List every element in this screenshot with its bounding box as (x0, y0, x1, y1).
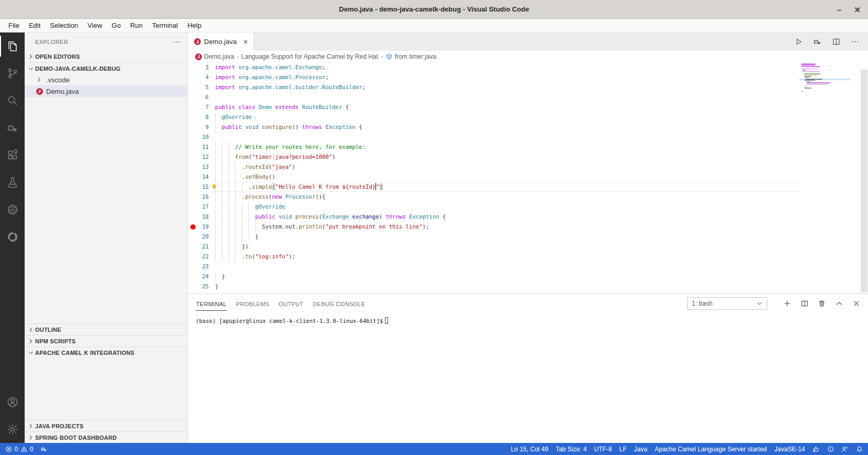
section-label: OUTLINE (35, 327, 61, 333)
editor-scrollbar[interactable] (861, 70, 867, 292)
menu-go[interactable]: Go (107, 21, 125, 29)
new-terminal-icon[interactable] (783, 299, 791, 308)
code-line: 18 public void process(Exchange exchange… (188, 212, 868, 222)
chevron-right-icon (27, 337, 35, 345)
tree-item-demojava[interactable]: JDemo.java (25, 85, 187, 97)
code-text[interactable]: import org.apache.camel.Exchange; (215, 62, 326, 72)
activity-run-and-debug[interactable] (0, 114, 25, 142)
menu-view[interactable]: View (83, 21, 107, 29)
status-debug-status[interactable] (40, 446, 48, 453)
tab-demo-java[interactable]: J Demo.java ✕ (188, 32, 254, 51)
menu-help[interactable]: Help (183, 21, 206, 29)
activity-camel-k[interactable] (0, 223, 25, 251)
debug-run-file-icon[interactable] (813, 37, 822, 46)
status-language-mode[interactable]: Java (634, 446, 647, 453)
code-text[interactable]: } (215, 281, 218, 291)
status-indentation[interactable]: Tab Size: 4 (555, 446, 586, 453)
explorer-more-actions-icon[interactable] (173, 38, 181, 46)
panel-action-icons (783, 299, 861, 308)
panel-tab-terminal[interactable]: TERMINAL (196, 296, 227, 311)
terminal[interactable]: (base) [apupier@linux camel-k-client-1.3… (188, 312, 868, 324)
code-line: 21 }) (188, 242, 868, 252)
sidebar-section-open-editors[interactable]: OPEN EDITORS (25, 51, 187, 62)
sidebar-section-spring-boot-dashboard[interactable]: SPRING BOOT DASHBOARD (25, 431, 187, 443)
status-error-count[interactable]: 0 (5, 446, 18, 453)
code-text[interactable]: @Override (215, 112, 252, 122)
code-text[interactable]: .to("log:info"); (215, 252, 295, 262)
menu-file[interactable]: File (4, 21, 24, 29)
panel-tab-output[interactable]: OUTPUT (278, 296, 304, 311)
status-text: 0 (30, 446, 34, 453)
status-share-feedback[interactable] (841, 446, 849, 453)
activity-accounts[interactable] (0, 388, 25, 416)
breadcrumb-item[interactable]: Language Support for Apache Camel by Red… (241, 53, 378, 60)
terminal-select[interactable]: 1: bash (687, 297, 767, 310)
kill-terminal-icon[interactable] (818, 299, 826, 308)
maximize-panel-icon[interactable] (835, 299, 843, 308)
tab-close-icon[interactable]: ✕ (243, 38, 248, 46)
panel-tab-problems[interactable]: PROBLEMS (235, 296, 270, 311)
sidebar-section-outline[interactable]: OUTLINE (25, 323, 187, 335)
code-text[interactable]: import org.apache.camel.builder.RouteBui… (215, 82, 366, 92)
menu-run[interactable]: Run (125, 21, 147, 29)
code-text[interactable]: .process(new Processor(){ (215, 192, 326, 202)
activity-settings[interactable] (0, 416, 25, 443)
sidebar-section-apache-camel-k-integrations[interactable]: APACHE CAMEL K INTEGRATIONS (25, 346, 187, 358)
code-text[interactable]: // Write your routes here, for example: (215, 142, 366, 152)
status-java-runtime[interactable]: JavaSE-14 (774, 446, 805, 453)
code-editor[interactable]: 3import org.apache.camel.Exchange;4impor… (188, 62, 868, 294)
close-panel-icon[interactable] (852, 299, 861, 308)
line-number: 24 (188, 272, 209, 281)
section-label: NPM SCRIPTS (35, 338, 76, 344)
code-text[interactable]: .simple("Hello Camel K from ${routeId}") (215, 182, 383, 192)
code-text[interactable]: from("timer:java?period=1000") (215, 152, 336, 162)
status-thumbs-up[interactable] (812, 446, 820, 453)
code-text[interactable]: public void process(Exchange exchange) t… (215, 212, 446, 222)
activity-testing[interactable] (0, 169, 25, 196)
sidebar-section-java-projects[interactable]: JAVA PROJECTS (25, 420, 187, 431)
code-text[interactable]: import org.apache.camel.Processor; (215, 72, 329, 82)
code-text[interactable]: .setBody() (215, 172, 275, 182)
code-text[interactable]: @Override (215, 202, 285, 212)
line-number: 9 (188, 122, 209, 132)
split-terminal-icon[interactable] (800, 299, 809, 308)
status-camel-language-server-status[interactable]: Apache Camel Language Server started (655, 446, 767, 453)
status-encoding[interactable]: UTF-8 (594, 446, 612, 453)
minimize-button[interactable]: – (837, 6, 841, 14)
run-file-icon[interactable] (794, 37, 803, 46)
tree-item-vscode[interactable]: .vscode (25, 74, 187, 85)
more-actions-icon[interactable] (851, 37, 860, 46)
activity-source-control[interactable] (0, 60, 25, 87)
breadcrumb-item[interactable]: from timer:java (385, 53, 436, 60)
status-warning-count[interactable]: 0 (20, 446, 33, 453)
activity-extensions[interactable] (0, 142, 25, 169)
status-cursor-position[interactable]: Ln 15, Col 49 (511, 446, 548, 453)
tree-item-label: Demo.java (46, 88, 79, 95)
code-line: 24 } (188, 272, 868, 281)
code-text[interactable]: public void configure() throws Exception… (215, 122, 362, 132)
status-notifications[interactable] (856, 446, 863, 453)
sidebar-section-npm-scripts[interactable]: NPM SCRIPTS (25, 335, 187, 346)
status-java-info[interactable] (827, 446, 834, 453)
code-text[interactable]: .routeId("java") (215, 162, 295, 172)
sidebar-section-demo-java-camelk-debug[interactable]: DEMO-JAVA-CAMELK-DEBUG (25, 62, 187, 74)
code-text[interactable]: System.out.println("put breakpoint on th… (215, 222, 429, 232)
status-end-of-line[interactable]: LF (619, 446, 627, 453)
activity-explorer[interactable] (0, 32, 25, 60)
activity-kubernetes[interactable] (0, 196, 25, 223)
breadcrumb-item[interactable]: JDemo.java (195, 53, 234, 60)
code-text[interactable]: } (215, 232, 259, 242)
code-text[interactable]: }) (215, 242, 249, 252)
status-bar-left: 00 (5, 446, 48, 453)
panel-tab-debug-console[interactable]: DEBUG CONSOLE (313, 296, 366, 311)
menu-terminal[interactable]: Terminal (147, 21, 183, 29)
close-window-button[interactable]: ✕ (854, 6, 861, 14)
menu-selection[interactable]: Selection (45, 21, 82, 29)
code-text[interactable]: public class Demo extends RouteBuilder { (215, 102, 349, 112)
menu-edit[interactable]: Edit (24, 21, 45, 29)
code-text[interactable]: } (215, 272, 225, 281)
editor-tab-bar: J Demo.java ✕ (188, 32, 868, 51)
minimap-line (802, 70, 806, 71)
split-editor-icon[interactable] (832, 37, 841, 46)
activity-search[interactable] (0, 87, 25, 114)
